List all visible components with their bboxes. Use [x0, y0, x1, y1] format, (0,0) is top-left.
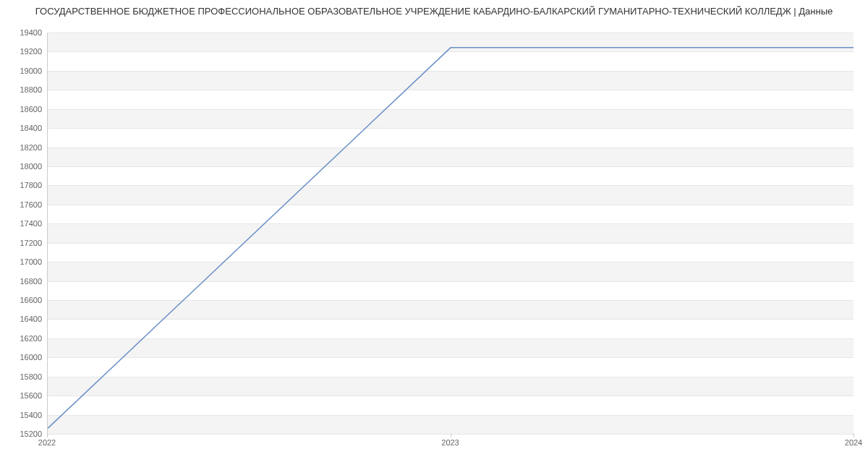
- grid-line: [48, 90, 854, 90]
- x-tick-label: 2023: [441, 438, 459, 447]
- grid-line: [48, 262, 854, 262]
- x-tick-label: 2022: [38, 438, 56, 447]
- y-tick-label: 16400: [6, 315, 42, 323]
- y-tick-label: 15400: [6, 411, 42, 419]
- y-tick-label: 18400: [6, 124, 42, 132]
- grid-line: [48, 109, 854, 110]
- y-tick-label: 19200: [6, 47, 42, 56]
- y-tick-label: 17000: [6, 257, 42, 266]
- grid-line: [48, 148, 854, 148]
- x-tick-mark: [47, 433, 48, 437]
- x-tick-label: 2024: [845, 438, 862, 447]
- y-tick-label: 19400: [6, 28, 42, 37]
- y-tick-label: 15800: [6, 372, 42, 381]
- grid-band: [48, 71, 854, 90]
- grid-line: [48, 357, 854, 358]
- y-tick-label: 15200: [6, 430, 42, 438]
- grid-band: [48, 415, 854, 434]
- grid-line: [48, 205, 854, 205]
- x-tick-mark: [854, 433, 854, 437]
- y-tick-label: 15600: [6, 391, 42, 400]
- grid-band: [48, 148, 854, 166]
- grid-line: [48, 319, 854, 320]
- y-tick-label: 16800: [6, 277, 42, 286]
- grid-line: [48, 71, 854, 72]
- grid-band: [48, 338, 854, 357]
- grid-line: [48, 281, 854, 282]
- grid-band: [48, 300, 854, 319]
- y-tick-label: 16000: [6, 353, 42, 362]
- grid-line: [48, 51, 854, 52]
- y-tick-label: 16200: [6, 334, 42, 343]
- grid-line: [48, 300, 854, 301]
- y-tick-label: 18200: [6, 143, 42, 152]
- grid-line: [48, 415, 854, 416]
- grid-line: [48, 377, 854, 377]
- grid-line: [48, 185, 854, 186]
- grid-band: [48, 185, 854, 204]
- y-tick-label: 18000: [6, 162, 42, 171]
- grid-line: [48, 33, 854, 33]
- grid-line: [48, 128, 854, 129]
- grid-band: [48, 109, 854, 128]
- grid-line: [48, 396, 854, 396]
- y-tick-label: 17400: [6, 219, 42, 228]
- chart-title: ГОСУДАРСТВЕННОЕ БЮДЖЕТНОЕ ПРОФЕССИОНАЛЬН…: [0, 6, 868, 17]
- grid-band: [48, 33, 854, 51]
- grid-band: [48, 223, 854, 242]
- y-tick-label: 19000: [6, 67, 42, 75]
- y-tick-label: 17200: [6, 239, 42, 247]
- y-tick-label: 16600: [6, 296, 42, 304]
- chart-container: ГОСУДАРСТВЕННОЕ БЮДЖЕТНОЕ ПРОФЕССИОНАЛЬН…: [0, 0, 868, 470]
- x-tick-mark: [451, 433, 451, 437]
- grid-line: [48, 243, 854, 244]
- grid-line: [48, 166, 854, 167]
- y-tick-label: 17800: [6, 181, 42, 189]
- grid-line: [48, 223, 854, 224]
- y-tick-label: 18600: [6, 105, 42, 114]
- y-tick-label: 18800: [6, 85, 42, 94]
- plot-area: [47, 33, 854, 434]
- y-tick-label: 17600: [6, 200, 42, 209]
- grid-band: [48, 377, 854, 396]
- grid-line: [48, 338, 854, 339]
- grid-band: [48, 262, 854, 281]
